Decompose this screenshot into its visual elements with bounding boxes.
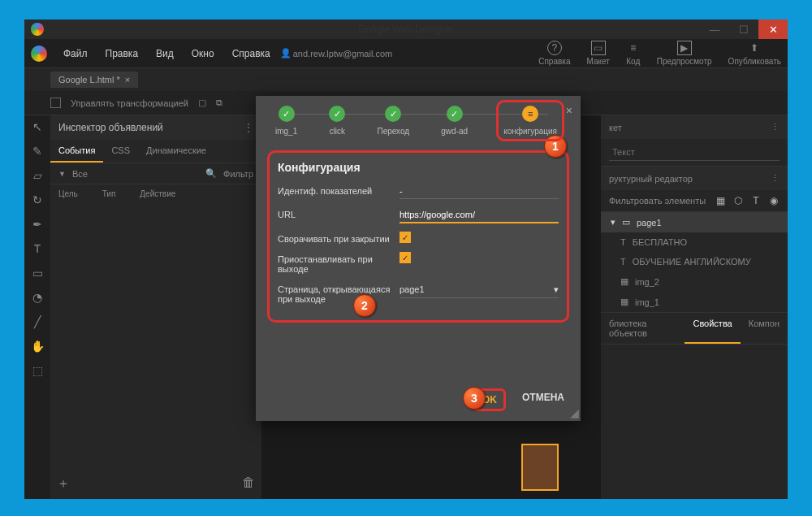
maximize-button[interactable]: ☐ bbox=[729, 20, 758, 39]
callout-3: 3 bbox=[463, 387, 486, 410]
select-tool-icon[interactable]: ↖ bbox=[31, 120, 44, 133]
step-click[interactable]: ✓click bbox=[329, 106, 345, 136]
delete-button[interactable]: 🗑 bbox=[242, 475, 255, 492]
add-button[interactable]: ＋ bbox=[57, 475, 70, 492]
text-node-icon: T bbox=[620, 237, 626, 247]
tree-img2[interactable]: ▦img_2 bbox=[601, 271, 788, 292]
tree-img1[interactable]: ▦img_1 bbox=[601, 292, 788, 312]
window-title: Google Web Designer bbox=[358, 24, 454, 35]
col-action: Действие bbox=[140, 189, 175, 198]
resize-grip-icon[interactable]: ◢ bbox=[570, 406, 579, 419]
titlebar: Google Web Designer — ☐ ✕ bbox=[24, 20, 788, 39]
step-transition[interactable]: ✓Переход bbox=[377, 106, 409, 136]
pause-label: Приостанавливать при выходе bbox=[278, 252, 400, 274]
step-config[interactable]: ≡конфигурация bbox=[496, 100, 564, 141]
url-input[interactable] bbox=[400, 207, 559, 223]
metrics-input[interactable] bbox=[400, 184, 559, 199]
code-action[interactable]: ≡Код bbox=[626, 41, 641, 66]
inspector-panel: Инспектор объявлений⋮ События CSS Динами… bbox=[50, 115, 261, 499]
menu-icon[interactable]: ⋮ bbox=[771, 173, 780, 184]
callout-2: 2 bbox=[353, 294, 376, 317]
document-tab[interactable]: Google L.html *× bbox=[50, 72, 138, 88]
filter-all[interactable]: Все bbox=[72, 169, 88, 179]
components-tab[interactable]: Компон bbox=[741, 313, 788, 344]
page-select[interactable]: page1▾ bbox=[400, 282, 559, 298]
menu-help[interactable]: Справка bbox=[224, 45, 279, 63]
zoom-tool-icon[interactable]: ⬚ bbox=[31, 364, 44, 377]
fill-tool-icon[interactable]: ◔ bbox=[31, 291, 44, 304]
hand-tool-icon[interactable]: ✋ bbox=[31, 340, 44, 353]
properties-tab[interactable]: Свойства bbox=[685, 313, 740, 344]
text-input[interactable] bbox=[609, 144, 780, 161]
structure-header: руктурный редактор bbox=[609, 174, 693, 184]
collapse-label: Сворачивать при закрытии bbox=[278, 232, 400, 244]
layout-tab-label[interactable]: кет bbox=[609, 123, 622, 132]
menu-file[interactable]: Файл bbox=[55, 45, 96, 63]
check-icon: ✓ bbox=[329, 106, 345, 122]
page-label: Страница, открывающаяся при выходе bbox=[278, 282, 400, 304]
toolbar-icon[interactable]: ▢ bbox=[198, 98, 206, 108]
minimize-button[interactable]: — bbox=[700, 20, 729, 39]
pause-checkbox[interactable]: ✓ bbox=[400, 252, 411, 263]
tool-palette: ↖ ✎ ▱ ↻ ✒ T ▭ ◔ ╱ ✋ ⬚ bbox=[24, 115, 50, 499]
toolbar-icon[interactable]: ⧉ bbox=[216, 98, 222, 108]
expand-icon[interactable]: ▼ bbox=[58, 170, 66, 178]
document-tabs: Google L.html *× bbox=[24, 68, 788, 91]
image-filter-icon[interactable]: ▦ bbox=[715, 195, 726, 206]
layout-icon: ▭ bbox=[591, 41, 606, 55]
wizard-steps: ✓img_1 ✓click ✓Переход ✓gwd-ad ≡конфигур… bbox=[256, 96, 581, 142]
preview-action[interactable]: ▶Предпросмотр bbox=[657, 41, 712, 66]
events-tab[interactable]: События bbox=[50, 140, 103, 163]
step-gwdad[interactable]: ✓gwd-ad bbox=[441, 106, 468, 136]
app-logo-icon bbox=[31, 23, 44, 36]
code-icon: ≡ bbox=[626, 41, 641, 55]
tree-free[interactable]: TБЕСПЛАТНО bbox=[601, 232, 788, 252]
page-thumbnail[interactable] bbox=[521, 444, 559, 491]
page-icon: ▭ bbox=[622, 217, 630, 228]
tab-close-icon[interactable]: × bbox=[125, 75, 130, 85]
config-form: Конфигурация Идентиф. показателей URL Св… bbox=[267, 150, 569, 323]
text-tool-icon[interactable]: T bbox=[31, 242, 44, 255]
menu-view[interactable]: Вид bbox=[148, 45, 182, 63]
filter-placeholder[interactable]: Фильтр bbox=[223, 169, 253, 179]
col-target: Цель bbox=[58, 189, 78, 198]
tree-learn[interactable]: TОБУЧЕНИЕ АНГЛИЙСКОМУ bbox=[601, 252, 788, 271]
help-action[interactable]: ?Справка bbox=[538, 41, 570, 66]
publish-action[interactable]: ⬆Опубликовать bbox=[728, 41, 781, 66]
check-icon: ✓ bbox=[385, 106, 401, 122]
dynamic-tab[interactable]: Динамические bbox=[138, 140, 214, 163]
upload-icon: ⬆ bbox=[747, 41, 762, 55]
rotate-tool-icon[interactable]: ↻ bbox=[31, 193, 44, 206]
text-filter-icon[interactable]: T bbox=[750, 195, 762, 206]
dialog-title: Конфигурация bbox=[278, 161, 559, 174]
tree-page1[interactable]: ▾▭page1 bbox=[601, 212, 788, 232]
step-img1[interactable]: ✓img_1 bbox=[275, 106, 297, 136]
search-icon[interactable]: 🔍 bbox=[205, 168, 217, 179]
app-icon bbox=[31, 46, 47, 62]
text-node-icon: T bbox=[620, 257, 626, 267]
rect-tool-icon[interactable]: ▭ bbox=[31, 267, 44, 280]
manage-transform-label: Управлять трансформацией bbox=[71, 98, 188, 108]
user-email[interactable]: and.rew.lptw@gmail.com bbox=[293, 49, 392, 59]
component-filter-icon[interactable]: ◉ bbox=[768, 195, 780, 206]
pen-tool-icon[interactable]: ✒ bbox=[31, 218, 44, 231]
menu-window[interactable]: Окно bbox=[184, 45, 222, 63]
tree-filter-icon[interactable]: ⬡ bbox=[732, 195, 744, 206]
metrics-label: Идентиф. показателей bbox=[278, 184, 400, 196]
check-icon: ✓ bbox=[447, 106, 463, 122]
css-tab[interactable]: CSS bbox=[103, 140, 138, 163]
collapse-icon[interactable]: ⋮ bbox=[244, 122, 253, 133]
line-tool-icon[interactable]: ╱ bbox=[31, 315, 44, 328]
library-tab[interactable]: блиотека объектов bbox=[601, 313, 685, 344]
layout-action[interactable]: ▭Макет bbox=[586, 41, 609, 66]
menu-icon[interactable]: ⋮ bbox=[771, 122, 780, 132]
close-button[interactable]: ✕ bbox=[758, 20, 788, 39]
brush-tool-icon[interactable]: ✎ bbox=[31, 145, 44, 158]
collapse-checkbox[interactable]: ✓ bbox=[400, 232, 411, 243]
menubar: Файл Правка Вид Окно Справка 👤 and.rew.l… bbox=[24, 39, 788, 68]
tag-tool-icon[interactable]: ▱ bbox=[31, 169, 44, 182]
menu-edit[interactable]: Правка bbox=[97, 45, 147, 63]
cancel-button[interactable]: ОТМЕНА bbox=[519, 388, 568, 411]
filter-elements[interactable]: Фильтровать элементы bbox=[609, 196, 706, 206]
manage-transform-checkbox[interactable] bbox=[50, 98, 61, 108]
